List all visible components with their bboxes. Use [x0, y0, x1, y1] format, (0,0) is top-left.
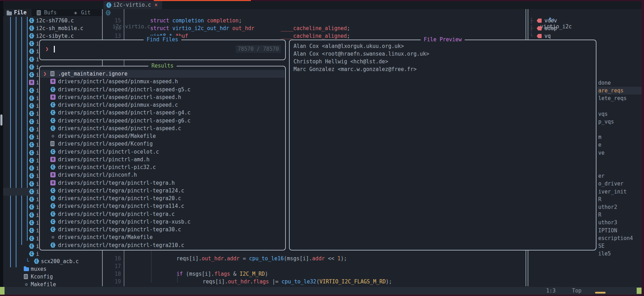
result-item[interactable]: Cdrivers/pinctrl/aspeed/pinmux-aspeed.c — [41, 101, 284, 109]
tree-file-row[interactable]: Ci — [3, 87, 39, 94]
tree-file-row[interactable]: Ci — [3, 118, 39, 126]
tree-file-row[interactable]: Ci — [3, 102, 39, 110]
result-item[interactable]: Cdrivers/pinctrl/tegra/pinctrl-tegra.c — [41, 210, 284, 218]
tree-file-row[interactable]: Ci — [3, 149, 39, 157]
outline-symbol-fragment[interactable]: m — [598, 133, 601, 141]
result-item[interactable]: Cdrivers/pinctrl/aspeed/pinctrl-aspeed-g… — [41, 109, 284, 117]
result-item[interactable]: Cdrivers/pinctrl/tegra/pinctrl-tegra20.c — [41, 195, 284, 202]
tree-file-row[interactable]: Ci — [3, 219, 39, 227]
outline-symbol-fragment[interactable]: p_vqs — [598, 118, 614, 126]
result-item[interactable]: Cdrivers/pinctrl/tegra/pinctrl-tegra210.… — [41, 241, 284, 249]
tree-file-row[interactable]: Ci — [3, 250, 39, 258]
result-item[interactable]: Cdrivers/pinctrl/pinctrl-ocelot.c — [41, 148, 284, 156]
result-item[interactable]: Cdrivers/pinctrl/tegra/pinctrl-tegra124.… — [41, 187, 284, 195]
folder-icon — [7, 12, 12, 15]
file-name-truncated: i — [36, 157, 39, 164]
outline-symbol-fragment[interactable]: ile5 — [598, 250, 611, 258]
outline-symbol-fragment[interactable]: uthor2 — [598, 203, 617, 211]
result-item[interactable]: Hdrivers/pinctrl/aspeed/pinctrl-aspeed.h — [41, 93, 284, 101]
outline-symbol-fragment[interactable]: SE — [598, 242, 605, 250]
tree-file-row[interactable]: Kconfig — [3, 273, 102, 281]
outline-symbol-fragment[interactable]: uthor3 — [598, 219, 617, 226]
result-item[interactable]: Hdrivers/pinctrl/pinconf.h — [41, 171, 284, 179]
outline-symbol-fragment[interactable]: IPTION — [598, 227, 617, 234]
outline-symbol-fragment[interactable]: escription4 — [598, 234, 633, 242]
tree-file-row[interactable]: Ci — [3, 172, 39, 180]
result-item[interactable]: ❯.get_maintainer.ignore — [41, 70, 284, 78]
tab-close-icon[interactable]: × — [154, 1, 158, 9]
outline-symbol-fragment[interactable]: lete_reqs — [598, 94, 627, 102]
search-input[interactable] — [52, 45, 262, 53]
tree-file-row[interactable]: Ci — [3, 157, 39, 164]
tree-file-row[interactable]: Ci — [3, 126, 39, 133]
file-name-truncated: i — [36, 149, 39, 157]
sidebar-scrollbar-thumb[interactable] — [0, 114, 2, 126]
c-file-icon: C — [29, 244, 34, 249]
outline-symbol-fragment[interactable]: R — [598, 196, 601, 203]
tree-file-row[interactable]: └Cscx200_acb.c — [3, 258, 102, 265]
result-item[interactable]: Cdrivers/pinctrl/tegra/pinctrl-tegra30.c — [41, 226, 284, 233]
sidebar-tab-file[interactable]: File — [4, 9, 31, 16]
tree-file-row[interactable]: Ci — [3, 110, 39, 118]
outline-symbol-fragment[interactable]: e — [598, 141, 601, 149]
result-item[interactable]: Cdrivers/pinctrl/pinctrl-pic32.c — [41, 163, 284, 171]
tree-file-row[interactable]: Ci2c-sh7760.c — [3, 17, 102, 24]
outline-field-row[interactable]: └vq — [530, 32, 635, 40]
result-item[interactable]: Cdrivers/pinctrl/aspeed/pinctrl-aspeed-g… — [41, 86, 284, 93]
tree-file-row[interactable]: Ci — [3, 40, 39, 48]
code-token: reqs[i] — [203, 279, 225, 285]
outline-symbol-fragment[interactable]: iver_init — [598, 188, 627, 196]
tree-file-row[interactable]: Ci2c-sh_mobile.c — [3, 24, 102, 32]
outline-field-row[interactable]: ├vdev — [530, 17, 635, 24]
result-item[interactable]: Hdrivers/pinctrl/aspeed/pinmux-aspeed.h — [41, 78, 284, 85]
line-number: 16 — [106, 255, 121, 262]
tree-file-row[interactable]: Ci — [3, 188, 39, 196]
file-name-truncated: i — [36, 102, 39, 110]
tree-file-row[interactable]: muxes — [3, 265, 102, 273]
result-item[interactable]: Hdrivers/pinctrl/tegra/pinctrl-tegra.h — [41, 179, 284, 187]
tree-file-row[interactable]: Ci — [3, 235, 39, 242]
sidebar-tab-git[interactable]: ◈ Git — [71, 9, 104, 16]
c-file-icon: C — [29, 57, 34, 62]
outline-field-row[interactable]: ├adap — [530, 24, 635, 32]
outline-symbol-fragment[interactable]: R — [598, 211, 601, 219]
code-token: ( — [284, 255, 287, 262]
tree-file-row[interactable]: Ci — [3, 48, 39, 55]
code-token: ( — [316, 279, 319, 285]
outline-symbol-fragment[interactable]: are_reqs — [598, 87, 623, 94]
outline-symbol-fragment[interactable]: ve — [598, 149, 605, 157]
tree-file-row[interactable]: Ci — [3, 196, 39, 203]
tree-file-row[interactable]: Ci — [3, 211, 39, 219]
code-token: . — [224, 255, 227, 262]
tree-file-row[interactable]: Ci — [3, 63, 39, 71]
result-item[interactable]: Cdrivers/pinctrl/tegra/pinctrl-tegra114.… — [41, 202, 284, 210]
result-item[interactable]: Cdrivers/pinctrl/aspeed/pinctrl-aspeed.c — [41, 125, 284, 132]
result-item[interactable]: Hdrivers/pinctrl/pinctrl-amd.h — [41, 156, 284, 163]
result-item[interactable]: drivers/pinctrl/aspeed/Kconfig — [41, 140, 284, 148]
result-item[interactable]: Cdrivers/pinctrl/tegra/pinctrl-tegra-xus… — [41, 218, 284, 226]
tree-file-row[interactable]: Ci — [3, 71, 39, 79]
tree-file-row[interactable]: Ci — [3, 180, 39, 188]
result-item[interactable]: ⚙drivers/pinctrl/aspeed/Makefile — [41, 132, 284, 140]
tree-file-row[interactable]: Ci — [3, 133, 39, 141]
tree-file-row[interactable]: Ci — [3, 242, 39, 250]
file-name-truncated: i — [36, 172, 39, 180]
tree-file-row[interactable]: Ci — [3, 203, 39, 211]
tab-i2c-virtio[interactable]: C i2c-virtio.c × — [103, 1, 162, 9]
tree-file-row[interactable]: Ci2c-sibyte.c — [3, 32, 102, 40]
tree-file-row[interactable]: Ci — [3, 56, 39, 63]
outline-symbol-fragment[interactable]: o_driver — [598, 180, 623, 188]
tree-file-row[interactable]: Ci — [3, 164, 39, 172]
sidebar-tab-bufs[interactable]: Bufs — [32, 9, 70, 16]
result-item[interactable]: ⚙drivers/pinctrl/tegra/Makefile — [41, 233, 284, 241]
tree-file-row[interactable]: Hi — [3, 79, 39, 86]
tree-file-row[interactable]: Ci — [3, 227, 39, 234]
outline-symbol-fragment[interactable]: done — [598, 79, 611, 87]
tree-file-row[interactable]: Ci — [3, 141, 39, 149]
c-file-icon: C — [106, 2, 111, 8]
outline-symbol-fragment[interactable]: vqs — [598, 110, 608, 118]
outline-symbol-fragment[interactable]: er — [598, 172, 605, 180]
result-item[interactable]: Cdrivers/pinctrl/aspeed/pinctrl-aspeed-g… — [41, 117, 284, 125]
tree-file-row[interactable]: Ci — [3, 94, 39, 102]
code-token: . — [225, 279, 228, 285]
